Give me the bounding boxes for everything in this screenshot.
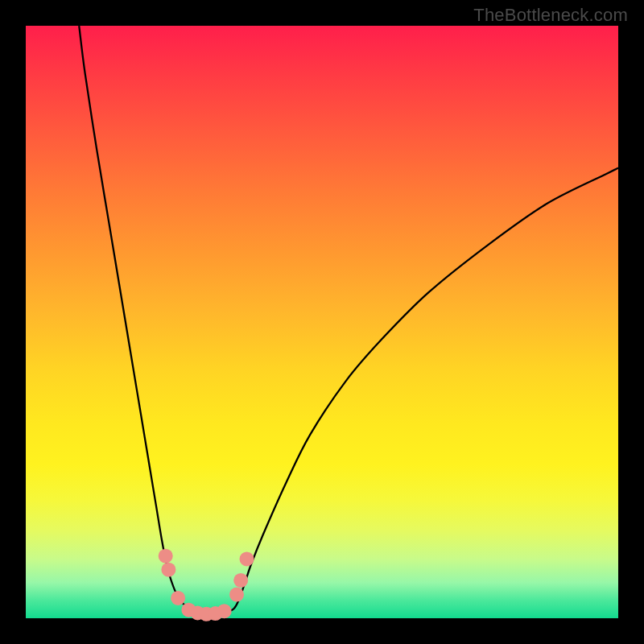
right-curve xyxy=(209,168,618,617)
chart-frame: TheBottleneck.com xyxy=(0,0,644,644)
dot-left-b xyxy=(161,563,175,577)
dot-right-a xyxy=(229,588,244,602)
dot-right-b xyxy=(233,573,248,588)
left-curve xyxy=(79,26,209,617)
watermark-text: TheBottleneck.com xyxy=(473,5,628,26)
curves-svg xyxy=(26,26,618,618)
dot-left-c xyxy=(171,591,185,605)
dot-left-a xyxy=(159,549,173,564)
plot-area xyxy=(26,26,618,618)
dot-right-c xyxy=(240,551,254,566)
dot-bottom-e xyxy=(217,604,232,618)
